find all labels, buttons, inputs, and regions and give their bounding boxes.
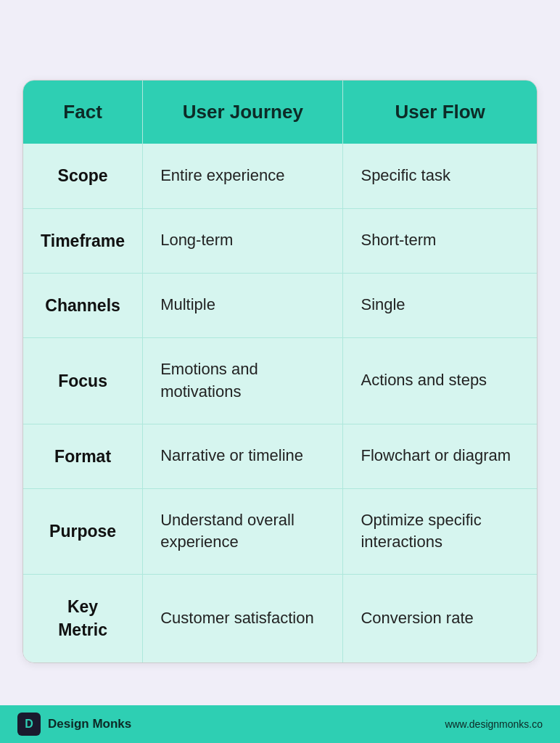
comparison-table: Fact User Journey User Flow ScopeEntire …	[22, 80, 538, 662]
cell-user-journey: Emotions and motivations	[143, 337, 343, 424]
cell-fact: Timeframe	[23, 208, 143, 273]
brand-logo: D	[17, 713, 41, 736]
table-row: TimeframeLong-termShort-term	[23, 208, 537, 273]
table-row: FocusEmotions and motivationsActions and…	[23, 337, 537, 424]
cell-user-journey: Understand overall experience	[143, 488, 343, 575]
cell-user-journey: Narrative or timeline	[143, 424, 343, 488]
cell-fact: Key Metric	[23, 575, 143, 662]
header-fact: Fact	[23, 81, 143, 144]
cell-user-journey: Entire experience	[143, 144, 343, 208]
cell-fact: Focus	[23, 337, 143, 424]
table-header-row: Fact User Journey User Flow	[23, 81, 537, 144]
cell-fact: Channels	[23, 273, 143, 337]
cell-user-flow: Single	[343, 273, 537, 337]
table-row: ChannelsMultipleSingle	[23, 273, 537, 337]
cell-user-flow: Actions and steps	[343, 337, 537, 424]
brand-section: D Design Monks	[17, 713, 131, 736]
footer: D Design Monks www.designmonks.co	[0, 705, 560, 743]
header-user-journey: User Journey	[143, 81, 343, 144]
cell-user-journey: Multiple	[143, 273, 343, 337]
cell-user-flow: Flowchart or diagram	[343, 424, 537, 488]
cell-user-flow: Specific task	[343, 144, 537, 208]
header-user-flow: User Flow	[343, 81, 537, 144]
cell-user-journey: Customer satisfaction	[143, 575, 343, 662]
cell-fact: Format	[23, 424, 143, 488]
table-row: Key MetricCustomer satisfactionConversio…	[23, 575, 537, 662]
cell-user-journey: Long-term	[143, 208, 343, 273]
table-row: FormatNarrative or timelineFlowchart or …	[23, 424, 537, 488]
cell-user-flow: Optimize specific interactions	[343, 488, 537, 575]
table-row: PurposeUnderstand overall experienceOpti…	[23, 488, 537, 575]
cell-fact: Scope	[23, 144, 143, 208]
table-row: ScopeEntire experienceSpecific task	[23, 144, 537, 208]
cell-fact: Purpose	[23, 488, 143, 575]
cell-user-flow: Conversion rate	[343, 575, 537, 662]
brand-name: Design Monks	[48, 717, 131, 731]
footer-url: www.designmonks.co	[445, 718, 543, 730]
cell-user-flow: Short-term	[343, 208, 537, 273]
